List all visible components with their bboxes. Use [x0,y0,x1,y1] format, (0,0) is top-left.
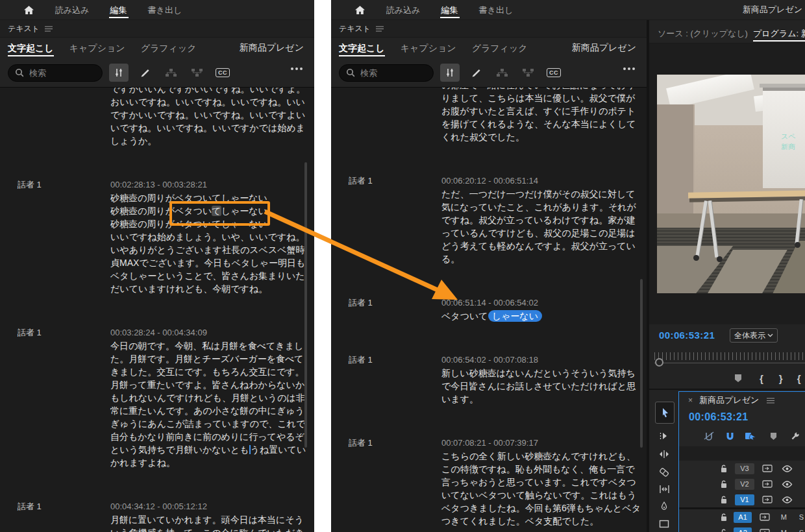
transcript-line[interactable]: つきてくれました。ベタ支配でした。 [441,514,640,527]
mark-out-button[interactable]: } [779,373,783,384]
track-output-icon[interactable] [760,513,770,521]
speaker-label[interactable]: 話者 1 [0,326,110,469]
solo-button[interactable]: S [798,529,805,532]
nav-export[interactable]: 書き出し [478,1,515,19]
merge-speaker-button[interactable] [187,64,206,82]
track-row-v1[interactable]: V1 [679,492,805,508]
transcript-line-highlighted[interactable]: ベタついてしゃーない [441,309,640,322]
program-monitor-tab[interactable]: プログラム: 新商品プレゼン [753,25,805,42]
transcript-line[interactable]: ですかいいんですかいいですね。いいですよ。 [110,87,309,95]
tab-graphics[interactable]: グラフィック [141,38,197,58]
speaker-label-button[interactable] [492,64,512,82]
solo-button[interactable]: S [798,513,805,521]
transcript-settings-button[interactable] [109,64,129,82]
transcript-settings-button[interactable] [440,64,460,82]
edit-transcript-button[interactable] [135,64,155,82]
transcript-line[interactable]: りまして、こちらは本当に優しい。叔父で僕が [441,91,640,104]
transcript-line[interactable]: を揚げてくれるような、そんな本当によくして [441,117,640,130]
transcript-block[interactable]: 話者 1 00:06:20:12 - 00:06:51:14 ただ、一つだけ一つ… [331,175,647,265]
track-row-v3[interactable]: V3 [679,461,805,477]
mark-in-button[interactable]: { [760,373,763,384]
transcript-block[interactable]: 話者 1 00:03:28:24 - 00:04:34:09 今日の朝です。今朝… [0,326,314,469]
speaker-label[interactable]: 話者 1 [331,437,441,527]
search-box[interactable] [8,64,103,82]
transcript-block[interactable]: 話者 1 00:06:54:02 - 00:07:08:18 新しい砂糖壺はない… [331,354,647,405]
selection-tool[interactable] [655,402,675,424]
mark-clip-button[interactable]: { [797,373,801,384]
track-output-icon[interactable] [762,465,773,472]
nav-edit[interactable]: 編集 [109,1,129,19]
transcript-line[interactable]: ベタしゃーということで、皆さんお集まりいた [110,269,309,282]
scrollbar[interactable] [304,162,307,448]
track-chip[interactable]: V2 [735,479,754,490]
eye-icon[interactable] [782,465,793,472]
transcript-line[interactable]: っているんですけども、叔父の足場この足場は [441,226,640,239]
transcript-line[interactable]: いいですね始めましょう。いや、いいですね。 [110,230,309,243]
transcript-block[interactable]: 話者 1 00:02:28:13 - 00:03:28:21 砂糖壺の周りがベタ… [0,178,314,295]
transcript-line[interactable]: しょうか。 [110,134,309,147]
timeline-timecode[interactable]: 00:06:53:21 [689,411,749,423]
lock-open-icon[interactable] [721,480,735,489]
transcript-line[interactable]: ですかいいですね。いいですね。いいですよい [110,108,309,121]
speaker-label[interactable]: 話者 1 [331,175,441,265]
transcript-line[interactable]: 新しい砂糖壺はないんだというそういう気持ち [441,367,640,380]
lock-open-icon[interactable] [721,529,734,532]
add-marker-button[interactable] [734,374,743,383]
text-panel-tab[interactable]: テキスト [339,23,384,34]
search-box[interactable] [339,64,434,82]
close-icon[interactable]: × [688,396,693,405]
home-icon[interactable] [23,5,34,15]
transcript-line-caret[interactable]: という気持ちで月餅いかないともうね置いてい [110,443,309,456]
transcript-line[interactable]: この特徴ですね。恥も外聞もなく、俺も一言で [441,463,640,476]
track-output-icon[interactable] [762,480,773,488]
speaker-label[interactable]: 話者 1 [0,178,110,295]
linked-selection-icon[interactable] [745,431,756,441]
razor-tool[interactable] [655,464,673,481]
transcript-block[interactable]: 話者 1 00:06:51:14 - 00:06:54:02 ベタついてしゃーな… [331,296,647,322]
transcript-line[interactable]: 貞MAXでございます。今日もベタしゃー明日も [110,256,309,269]
transcript-line[interactable]: 月餅に置いていかれます。頭今日は本当にそう [110,513,309,526]
speaker-label[interactable]: 話者 1 [331,354,441,405]
merge-speaker-button[interactable] [518,64,538,82]
transcript-line[interactable]: います。 [441,393,640,405]
tab-captions[interactable]: キャプション [401,38,456,58]
speaker-label-button[interactable] [161,64,180,82]
sequence-name-tab[interactable]: 新商品プレゼン [240,38,304,58]
transcript-line[interactable]: おいいですね。いいですね。いいですね。いい [110,95,309,108]
transcript-line[interactable]: いてないベタついて触らないです。これはもう [441,489,640,502]
track-chip[interactable]: V3 [735,463,754,474]
transcript-line[interactable]: くれた叔父でした。 [441,130,640,143]
lock-open-icon[interactable] [721,465,735,473]
text-panel-tab[interactable]: テキスト [8,23,53,34]
track-row-v2[interactable]: V2 [679,476,805,492]
marker-icon[interactable] [769,432,778,441]
track-chip[interactable]: A1 [734,512,752,523]
lock-open-icon[interactable] [721,513,734,522]
transcript-line[interactable]: で今日皆さんにお話しさせていただければと思 [441,380,640,393]
transcript-line-clipped[interactable]: の部屋で一緒に住んでいてお世話になっており [441,87,640,91]
selected-word-highlight[interactable]: しゃーない [488,310,542,322]
program-timecode[interactable]: 00:06:53:21 [659,330,715,341]
tab-transcript[interactable]: 文字起こし [8,38,54,58]
transcript-line[interactable]: かれますよね。 [110,456,309,469]
transcript-line[interactable]: 月餅って重たいですよ。皆さんねわからないか [110,378,309,391]
lock-open-icon[interactable] [721,496,735,504]
monitor-scrub-ruler[interactable] [654,352,805,360]
sequence-name-tab[interactable]: 新商品プレゼン [572,38,636,58]
pen-tool[interactable] [655,498,673,515]
transcript-line[interactable]: 気になっていたこと、これがあります。それが [441,200,640,213]
more-options-icon[interactable] [623,67,635,70]
transcript-block[interactable]: の部屋で一緒に住んでいてお世話になっており りまして、こちらは本当に優しい。叔父… [331,87,647,143]
captions-create-button[interactable]: CC [213,64,232,82]
playhead-knob[interactable] [655,358,663,367]
slip-tool[interactable] [655,481,673,498]
eye-icon[interactable] [782,481,793,488]
transcript-line[interactable]: ぎゅうにあんこが詰まっていますので、これで [110,417,309,430]
timeline-ruler-strip[interactable] [679,446,805,461]
edit-transcript-button[interactable] [466,64,486,82]
hamburger-menu-icon[interactable] [45,26,53,32]
more-options-icon[interactable] [291,67,303,70]
search-input[interactable] [359,67,427,79]
zoom-level-select[interactable]: 全体表示 [730,328,778,343]
transcript-line[interactable]: 言っちゃおうと思っています。これですベタつ [441,476,640,489]
